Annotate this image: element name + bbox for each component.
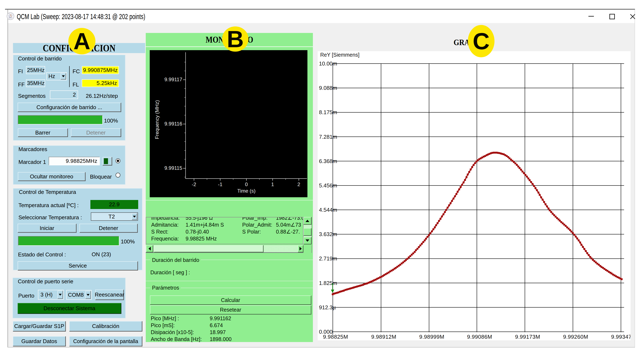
svg-text:9.98825M: 9.98825M (323, 334, 348, 340)
svg-text:Time (s): Time (s) (237, 188, 256, 194)
svg-text:Frequency (MHz): Frequency (MHz) (154, 100, 160, 139)
svg-text:1.825m: 1.825m (319, 280, 337, 286)
svg-text:9.98999M: 9.98999M (419, 334, 444, 340)
svg-text:5.456m: 5.456m (319, 182, 337, 189)
svg-text:9.99115: 9.99115 (164, 165, 182, 171)
svg-text:9.99116: 9.99116 (164, 121, 182, 127)
svg-text:0: 0 (245, 182, 248, 187)
svg-text:4.544m: 4.544m (319, 207, 337, 213)
svg-text:9.99347M: 9.99347M (611, 334, 630, 340)
svg-text:2: 2 (297, 182, 300, 187)
svg-text:-1: -1 (218, 182, 222, 187)
svg-text:-2: -2 (192, 182, 196, 187)
svg-text:8.175m: 8.175m (319, 109, 337, 115)
svg-text:10.00m: 10.00m (319, 61, 337, 67)
svg-text:9.99086M: 9.99086M (467, 334, 492, 340)
svg-text:9.99117: 9.99117 (164, 77, 182, 82)
svg-text:1: 1 (271, 182, 274, 187)
svg-text:912.3µ: 912.3µ (319, 304, 336, 310)
svg-text:9.99260M: 9.99260M (563, 334, 588, 340)
svg-text:9.088m: 9.088m (319, 85, 337, 91)
svg-text:6.368m: 6.368m (319, 158, 337, 164)
svg-text:9.99173M: 9.99173M (515, 334, 540, 340)
svg-text:7.281m: 7.281m (319, 134, 337, 140)
svg-text:9.98912M: 9.98912M (371, 334, 396, 340)
svg-text:3.632m: 3.632m (319, 231, 337, 237)
svg-text:2.719m: 2.719m (319, 255, 337, 262)
